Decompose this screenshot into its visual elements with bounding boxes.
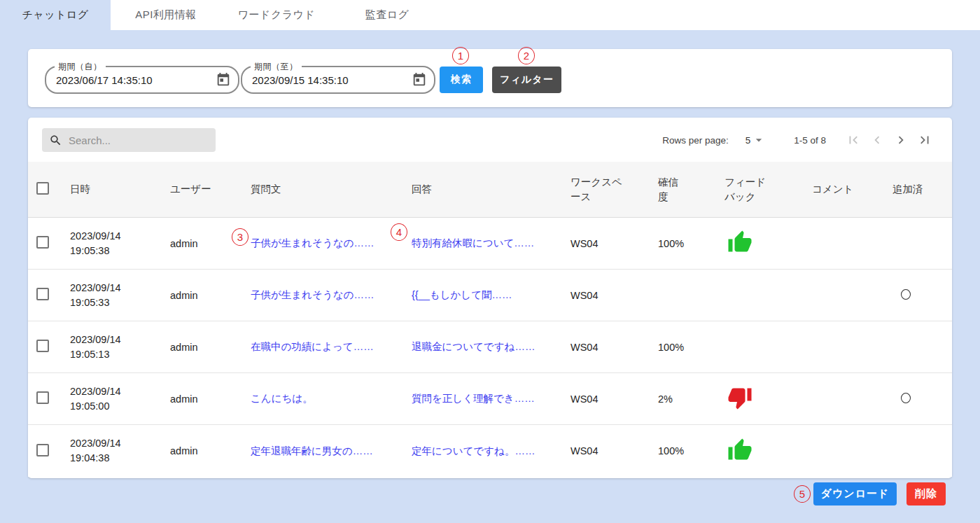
tab-chat-log[interactable]: チャットログ [0,0,111,30]
datetime-cell: 2023/09/1419:05:13 [70,333,170,362]
added-circle-mark [901,393,911,403]
last-page-icon [917,132,932,148]
chevron-right-icon [893,132,909,148]
datetime-cell: 2023/09/1419:05:38 [70,229,170,258]
table-row: 2023/09/1419:05:00 admin こんにちは。 質問を正しく理解… [28,373,952,425]
table-row: 2023/09/1419:04:38 admin 定年退職年齢に男女の…… 定年… [28,425,952,477]
delete-button[interactable]: 削除 [906,482,946,505]
question-link[interactable]: 子供が生まれそうなの…… [251,237,374,249]
question-link[interactable]: 定年退職年齢に男女の…… [251,445,373,456]
date-to-field[interactable]: 期間（至） [241,66,435,94]
tab-api-usage[interactable]: API利用情報 [111,0,221,30]
col-header-comment: コメント [812,183,892,196]
tab-bar: チャットログ API利用情報 ワードクラウド 監査ログ [0,0,980,30]
row-checkbox[interactable] [36,236,49,249]
col-header-workspace: ワークスペース [570,175,658,204]
date-to-label: 期間（至） [251,61,302,73]
answer-link[interactable]: 退職金についてですね…… [412,341,535,352]
first-page-button[interactable] [841,130,865,150]
chevron-left-icon [869,132,885,148]
filter-panel: 期間（自） 期間（至） 検索 フィルター [28,49,952,107]
workspace-cell: WS04 [570,393,658,405]
datetime-cell: 2023/09/1419:05:33 [70,281,170,310]
annotation-5: 5 [794,485,811,503]
date-to-input[interactable] [252,74,412,86]
prev-page-button[interactable] [865,130,889,150]
table-row: 2023/09/1419:05:13 admin 在職中の功績によって…… 退職… [28,321,952,373]
last-page-button[interactable] [913,130,937,150]
confidence-cell: 100% [658,342,724,353]
question-link[interactable]: 在職中の功績によって…… [251,341,374,352]
annotation-1: 1 [452,47,469,64]
row-checkbox[interactable] [36,391,49,404]
date-from-field[interactable]: 期間（自） [45,66,239,94]
workspace-cell: WS04 [570,290,658,301]
answer-link[interactable]: 質問を正しく理解でき…… [412,393,535,404]
feedback-cell [724,230,812,257]
table-search-input[interactable] [69,134,209,146]
user-cell: admin [170,290,251,301]
chat-log-table-card: Rows per page: 5 1-5 of 8 日時 ユーザー 質問文 回答… [28,118,952,478]
col-header-question: 質問文 [251,183,412,196]
date-from-input[interactable] [56,74,216,86]
user-cell: admin [170,445,251,456]
col-header-added: 追加済 [892,183,952,196]
table-row: 2023/09/1419:05:38 admin 子供が生まれそうなの…… 特別… [28,218,952,270]
tab-audit-log[interactable]: 監査ログ [332,0,442,30]
chevron-down-icon [752,133,766,147]
question-link[interactable]: こんにちは。 [251,393,313,404]
answer-link[interactable]: 定年についてですね。…… [412,445,535,456]
added-cell [892,289,952,302]
workspace-cell: WS04 [570,238,658,249]
col-header-datetime: 日時 [70,183,170,196]
row-checkbox[interactable] [36,340,49,352]
datetime-cell: 2023/09/1419:04:38 [70,436,170,466]
search-button[interactable]: 検索 [440,67,483,93]
col-header-answer: 回答 [412,183,570,196]
select-all-checkbox[interactable] [36,182,49,195]
col-header-user: ユーザー [170,183,251,196]
user-cell: admin [170,342,251,353]
feedback-cell [724,385,812,412]
added-cell [892,393,952,405]
answer-link[interactable]: 特別有給休暇について…… [412,237,534,249]
thumb-down-icon [727,385,752,410]
table-row: 2023/09/1419:05:33 admin 子供が生まれそうなの…… {{… [28,270,952,321]
table-header-row: 日時 ユーザー 質問文 回答 ワークスペース 確信度 フィードバック コメント … [28,162,952,218]
annotation-4: 4 [391,223,407,241]
next-page-button[interactable] [889,130,913,150]
datetime-cell: 2023/09/1419:05:00 [70,384,170,414]
confidence-cell: 2% [658,393,724,405]
thumb-up-icon [727,230,752,255]
pagination-range-label: 1-5 of 8 [794,135,826,146]
footer-actions: ダウンロード 削除 [813,482,946,505]
tab-word-cloud[interactable]: ワードクラウド [221,0,332,30]
annotation-3: 3 [232,228,248,246]
pagination-bar: Rows per page: 5 1-5 of 8 [662,130,937,150]
answer-link[interactable]: {{__もしかして聞…… [412,289,512,300]
confidence-cell: 100% [658,238,724,249]
table-body: 2023/09/1419:05:38 admin 子供が生まれそうなの…… 特別… [28,218,952,477]
row-checkbox[interactable] [36,444,49,456]
annotation-2: 2 [518,47,535,64]
rows-per-page-select[interactable]: 5 [746,133,766,147]
workspace-cell: WS04 [570,445,658,456]
col-header-confidence: 確信度 [658,175,724,204]
user-cell: admin [170,393,251,405]
feedback-cell [724,438,812,465]
added-circle-mark [901,289,911,300]
workspace-cell: WS04 [570,342,658,353]
calendar-icon[interactable] [216,72,231,88]
row-checkbox[interactable] [36,288,49,300]
download-button[interactable]: ダウンロード [813,482,897,505]
calendar-icon[interactable] [412,72,427,88]
rows-per-page-label: Rows per page: [662,135,729,146]
filter-button[interactable]: フィルター [492,67,561,93]
rows-per-page-value: 5 [746,135,751,146]
date-from-label: 期間（自） [55,61,106,73]
first-page-icon [846,132,861,148]
chat-log-admin-page: チャットログ API利用情報 ワードクラウド 監査ログ 期間（自） 期間（至） … [0,0,980,523]
col-header-feedback: フィードバック [724,175,812,204]
question-link[interactable]: 子供が生まれそうなの…… [251,289,374,300]
table-search-box[interactable] [42,128,216,152]
